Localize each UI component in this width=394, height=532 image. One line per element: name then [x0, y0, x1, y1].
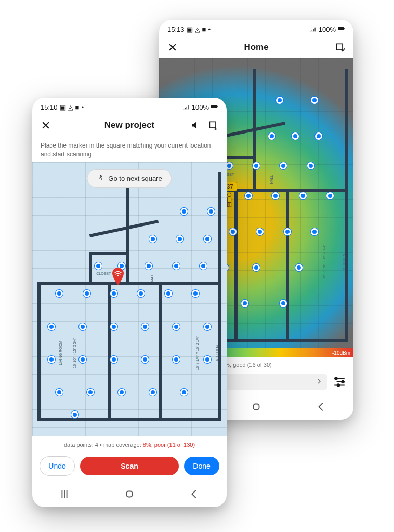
- filter-icon[interactable]: [333, 374, 346, 390]
- nav-back-icon[interactable]: [189, 488, 200, 500]
- scan-node: [204, 356, 211, 363]
- svg-rect-13: [209, 122, 216, 128]
- scan-node: [173, 323, 180, 330]
- scan-node: [268, 132, 275, 140]
- room-label-hall: HALL: [270, 175, 273, 184]
- svg-point-3: [227, 193, 231, 196]
- room-label-closet: CLOSET: [96, 272, 111, 275]
- close-icon[interactable]: [167, 42, 178, 52]
- scan-node: [315, 132, 322, 140]
- nav-home-icon[interactable]: [251, 401, 262, 413]
- scan-node: [200, 262, 207, 270]
- scan-node: [110, 323, 117, 330]
- scan-node: [48, 323, 55, 330]
- close-icon[interactable]: [41, 120, 51, 130]
- page-title-back: Home: [201, 42, 312, 52]
- crop-check-icon[interactable]: [335, 42, 345, 52]
- image-icon: ▣: [60, 103, 66, 111]
- scan-node: [311, 228, 318, 235]
- battery-text: 100%: [319, 25, 336, 33]
- scan-node: [176, 235, 183, 243]
- next-square-button[interactable]: Go to next square: [87, 169, 172, 188]
- appbar-front: New project: [32, 115, 227, 136]
- undo-button[interactable]: Undo: [40, 456, 75, 476]
- scan-node: [253, 162, 260, 169]
- image-icon: ▣: [187, 25, 193, 33]
- nav-recent-icon[interactable]: [59, 488, 70, 500]
- scan-node: [307, 162, 314, 169]
- scan-node: [229, 228, 237, 235]
- walk-icon: [97, 174, 104, 183]
- svg-point-9: [337, 384, 339, 386]
- battery-icon: [211, 103, 218, 112]
- svg-rect-11: [211, 105, 217, 108]
- svg-point-14: [100, 175, 101, 176]
- volume-icon[interactable]: [190, 120, 201, 130]
- scan-node: [48, 356, 55, 363]
- svg-rect-4: [227, 197, 231, 203]
- scan-node: [299, 192, 307, 200]
- stats-value: 8%, poor (11 of 130): [143, 442, 195, 448]
- scan-node: [87, 389, 94, 396]
- controls-front: Undo Scan Done: [32, 452, 227, 483]
- room-label-kitchen: KITCHEN: [342, 254, 346, 270]
- scan-node: [173, 356, 180, 363]
- room-label-kitchen: KITCHEN: [215, 345, 219, 361]
- room-label-living: LIVING ROOM: [59, 341, 62, 365]
- square-icon: ■: [202, 25, 206, 33]
- statusbar-back: 15:13 ▣ ◬ ■ • 100%: [159, 20, 353, 37]
- scan-canvas[interactable]: LIVING ROOM 16' 10" × 15' 6 3/4" KITCHEN…: [32, 162, 227, 436]
- phone-front-frame: 15:10 ▣ ◬ ■ • 100% New project: [32, 98, 227, 507]
- scan-node: [56, 290, 63, 297]
- scan-node: [253, 264, 260, 271]
- scan-node: [71, 411, 78, 418]
- scan-node: [326, 192, 334, 200]
- scan-node: [110, 290, 117, 297]
- scan-node: [295, 264, 303, 271]
- coverage-stats-front: data points: 4 • map coverage: 8%, poor …: [32, 436, 227, 452]
- signal-icon: [309, 25, 317, 34]
- statusbar-front: 15:10 ▣ ◬ ■ • 100%: [32, 98, 227, 115]
- statusbar-time: 15:13: [167, 25, 185, 33]
- stats-prefix: data points: 4 • map coverage:: [64, 442, 141, 448]
- scan-node: [280, 300, 287, 307]
- crop-add-icon[interactable]: [208, 120, 218, 130]
- scan-node: [173, 262, 180, 270]
- cast-icon: ◬: [68, 103, 73, 111]
- scan-node: [56, 389, 63, 396]
- battery-icon: [338, 25, 345, 34]
- scan-node: [180, 208, 188, 215]
- scan-node: [245, 192, 252, 200]
- square-icon: ■: [75, 103, 80, 111]
- svg-rect-15: [126, 491, 132, 497]
- svg-rect-12: [217, 106, 218, 107]
- nav-home-icon[interactable]: [124, 488, 135, 500]
- scan-node: [256, 228, 264, 235]
- svg-rect-1: [344, 28, 345, 29]
- scan-node: [149, 235, 156, 243]
- android-navbar-front: [32, 483, 227, 507]
- scan-node: [292, 132, 299, 140]
- scan-node: [180, 389, 188, 396]
- scan-node: [137, 290, 145, 297]
- svg-point-7: [335, 377, 337, 379]
- statusbar-time: 15:10: [41, 103, 58, 111]
- room-label-kitchen-dim: 16' 7 1/4" × 16' 2 1/4": [322, 245, 325, 279]
- room-label-living-dim: 16' 10" × 15' 6 3/4": [73, 338, 76, 368]
- cast-icon: ◬: [195, 25, 200, 33]
- chevron-right-icon: [316, 377, 322, 387]
- room-label-hall: HALL: [151, 274, 154, 283]
- scan-node: [110, 356, 117, 363]
- done-button[interactable]: Done: [184, 457, 219, 475]
- svg-point-8: [342, 381, 344, 383]
- instruction-text: Place the marker in the square matching …: [32, 136, 227, 162]
- scan-node: [145, 262, 152, 270]
- appbar-back: Home: [159, 37, 353, 58]
- svg-rect-0: [338, 27, 344, 30]
- wifi-pin[interactable]: [111, 268, 125, 285]
- scan-button[interactable]: Scan: [80, 457, 179, 475]
- scan-node: [79, 356, 86, 363]
- scan-node: [207, 208, 215, 215]
- nav-back-icon[interactable]: [316, 401, 327, 413]
- page-title-front: New project: [74, 120, 185, 130]
